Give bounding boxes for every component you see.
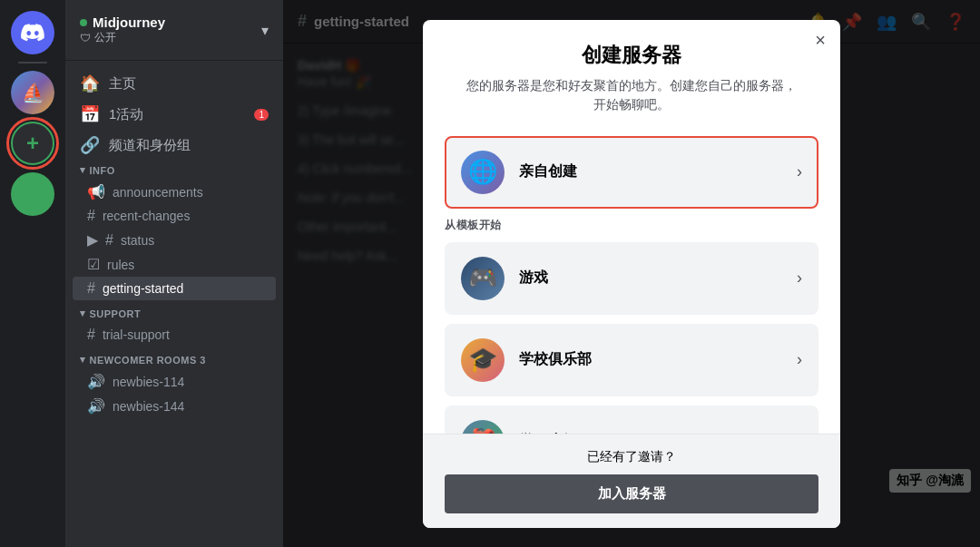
modal-close-button[interactable]: × (815, 31, 826, 49)
section-support: ▾ SUPPORT # trial-support (65, 304, 283, 347)
nav-events-label: 1活动 (109, 106, 143, 123)
chevron-right-icon: ▶ (87, 231, 98, 249)
school-club-icon: 🎓 (461, 338, 505, 382)
hash-icon: # (105, 232, 113, 249)
chevron-icon: ▾ (80, 164, 86, 176)
boat-bg: ⛵ (11, 71, 54, 114)
modal-title: 创建服务器 (445, 42, 818, 69)
section-info-header[interactable]: ▾ INFO (65, 161, 283, 180)
hash-icon: # (87, 208, 95, 224)
add-server-button[interactable]: + (11, 122, 54, 165)
server-icons-bar: ⛵ + (0, 0, 65, 547)
channel-getting-started-label: getting-started (103, 281, 184, 296)
template-study-group[interactable]: 🎒 学习小组 › (445, 405, 818, 434)
main-content: # getting-started 🔔 📌 👥 🔍 ❓ DavidH 🎁 Hav… (283, 0, 980, 547)
chevron-icon: ▾ (80, 308, 86, 319)
template-school-club[interactable]: 🎓 学校俱乐部 › (445, 324, 818, 396)
online-dot (80, 19, 87, 26)
nav-channels[interactable]: 🔗 频道和身份组 (73, 130, 276, 161)
channel-trial-support-label: trial-support (103, 327, 170, 342)
discord-home-icon[interactable] (11, 11, 54, 54)
nav-channels-label: 频道和身份组 (109, 137, 191, 154)
voice-icon: 🔊 (87, 397, 105, 415)
channel-status[interactable]: ▶ # status (73, 228, 276, 252)
channel-list: 🏠 主页 📅 1活动 1 🔗 频道和身份组 ▾ INFO 📢 announcem… (65, 61, 283, 547)
section-newcomer-header[interactable]: ▾ NEWCOMER ROOMS 3 (65, 350, 283, 369)
server-name-container: Midjourney 🛡 公开 (80, 15, 165, 45)
server-name-text: Midjourney (93, 15, 165, 30)
section-support-label: SUPPORT (90, 308, 142, 319)
create-own-chevron-icon: › (797, 162, 802, 181)
school-club-chevron-icon: › (797, 350, 802, 369)
template-section-label: 从模板开始 (445, 218, 818, 233)
channels-icon: 🔗 (80, 135, 100, 155)
join-server-button[interactable]: 加入服务器 (445, 474, 818, 513)
create-server-modal: × 创建服务器 您的服务器是您和好友聚首的地方。创建您自己的服务器，开始畅聊吧。… (423, 20, 840, 528)
channel-rules-label: rules (107, 258, 134, 272)
channel-newbies-114-label: newbies-114 (113, 375, 184, 389)
gaming-label: 游戏 (519, 269, 782, 288)
channel-announcements-label: announcements (113, 185, 203, 200)
section-support-header[interactable]: ▾ SUPPORT (65, 304, 283, 323)
nav-events[interactable]: 📅 1活动 1 (73, 99, 276, 130)
chevron-down-icon: ▾ (261, 22, 269, 39)
modal-overlay: × 创建服务器 您的服务器是您和好友聚首的地方。创建您自己的服务器，开始畅聊吧。… (283, 0, 980, 547)
hash-icon: 📢 (87, 183, 105, 200)
modal-body: 🌐 亲自创建 › 从模板开始 🎮 游戏 › 🎓 学校俱乐部 › (423, 122, 840, 434)
channel-announcements[interactable]: 📢 announcements (73, 180, 276, 204)
midjourney-server-icon[interactable]: ⛵ (11, 71, 54, 114)
channel-newbies-114[interactable]: 🔊 newbies-114 (73, 369, 276, 394)
public-badge: 🛡 公开 (80, 30, 165, 45)
gaming-icon: 🎮 (461, 257, 505, 300)
create-own-icon: 🌐 (461, 151, 505, 194)
sidebar: Midjourney 🛡 公开 ▾ 🏠 主页 📅 1活动 1 🔗 频道和身份组 (65, 0, 283, 547)
voice-icon: 🔊 (87, 373, 105, 390)
nav-home[interactable]: 🏠 主页 (73, 68, 276, 99)
channel-rules[interactable]: ☑ rules (73, 252, 276, 277)
template-gaming[interactable]: 🎮 游戏 › (445, 242, 818, 315)
channel-newbies-144[interactable]: 🔊 newbies-144 (73, 394, 276, 418)
channel-status-label: status (121, 233, 154, 248)
school-club-label: 学校俱乐部 (519, 350, 782, 369)
server-header[interactable]: Midjourney 🛡 公开 ▾ (65, 0, 283, 61)
create-own-option[interactable]: 🌐 亲自创建 › (445, 136, 818, 209)
modal-subtitle: 您的服务器是您和好友聚首的地方。创建您自己的服务器，开始畅聊吧。 (445, 76, 818, 114)
section-newcomer: ▾ NEWCOMER ROOMS 3 🔊 newbies-114 🔊 newbi… (65, 350, 283, 418)
nav-home-label: 主页 (109, 75, 136, 93)
channel-newbies-144-label: newbies-144 (113, 399, 184, 414)
create-own-label: 亲自创建 (519, 162, 782, 181)
green-server-icon[interactable] (11, 172, 54, 216)
channel-getting-started[interactable]: # getting-started (73, 277, 276, 300)
public-label-text: 公开 (94, 30, 116, 45)
server-divider (18, 62, 47, 63)
chevron-icon: ▾ (80, 354, 86, 366)
home-icon: 🏠 (80, 73, 100, 93)
shield-icon: 🛡 (80, 32, 91, 44)
plus-icon: + (26, 131, 39, 156)
section-info: ▾ INFO 📢 announcements # recent-changes … (65, 161, 283, 300)
footer-text: 已经有了邀请？ (587, 449, 676, 465)
hash-icon: # (87, 327, 95, 343)
channel-recent-changes-label: recent-changes (103, 209, 191, 223)
section-newcomer-label: NEWCOMER ROOMS 3 (90, 355, 206, 366)
checkbox-icon: ☑ (87, 256, 100, 273)
calendar-icon: 📅 (80, 104, 100, 124)
channel-trial-support[interactable]: # trial-support (73, 323, 276, 347)
server-name: Midjourney (80, 15, 165, 30)
modal-header: 创建服务器 您的服务器是您和好友聚首的地方。创建您自己的服务器，开始畅聊吧。 (423, 20, 840, 122)
modal-footer: 已经有了邀请？ 加入服务器 (423, 434, 840, 528)
gaming-chevron-icon: › (797, 269, 802, 288)
hash-icon: # (87, 280, 95, 297)
channel-recent-changes[interactable]: # recent-changes (73, 204, 276, 228)
section-info-label: INFO (90, 165, 115, 176)
events-badge: 1 (254, 109, 269, 121)
study-group-icon: 🎒 (461, 420, 505, 434)
